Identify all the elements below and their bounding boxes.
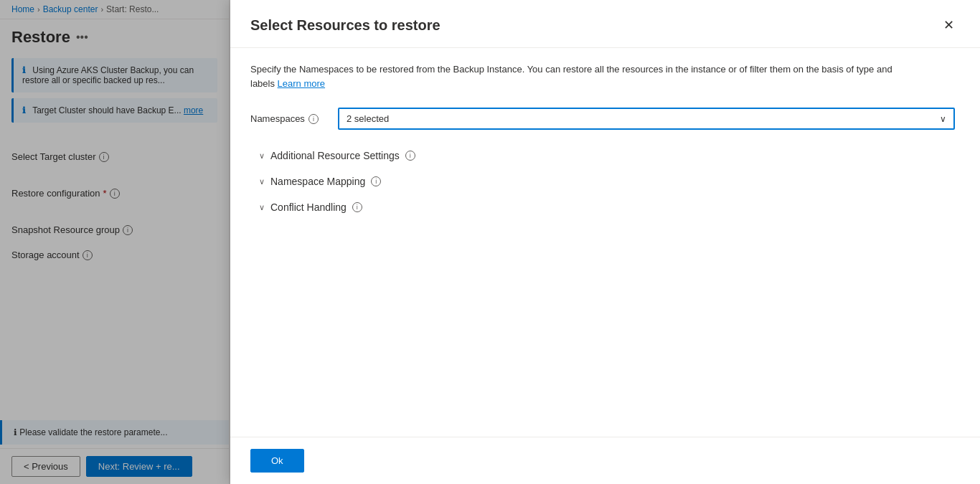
- conflict-handling-chevron: ∨: [259, 203, 265, 212]
- dropdown-arrow-icon: ∨: [940, 114, 946, 124]
- ok-button[interactable]: Ok: [250, 449, 304, 473]
- namespaces-info-icon[interactable]: i: [308, 114, 319, 124]
- dialog-header: Select Resources to restore ✕: [230, 0, 980, 48]
- conflict-handling-info-icon[interactable]: i: [352, 202, 362, 212]
- dialog-footer: Ok: [230, 437, 980, 484]
- additional-resource-settings-chevron: ∨: [259, 151, 265, 161]
- namespace-mapping-section: ∨ Namespace Mapping i: [250, 170, 960, 193]
- namespaces-field-row: Namespaces i 2 selected ∨: [250, 108, 960, 130]
- close-button[interactable]: ✕: [938, 14, 960, 36]
- namespace-mapping-title: Namespace Mapping: [270, 176, 365, 187]
- additional-resource-settings-section: ∨ Additional Resource Settings i: [250, 144, 960, 167]
- namespace-mapping-header[interactable]: ∨ Namespace Mapping i: [256, 170, 960, 193]
- conflict-handling-header[interactable]: ∨ Conflict Handling i: [256, 196, 960, 219]
- additional-resource-settings-info-icon[interactable]: i: [405, 151, 415, 161]
- learn-more-link[interactable]: Learn more: [278, 78, 325, 89]
- additional-resource-settings-title: Additional Resource Settings: [270, 150, 400, 161]
- select-resources-dialog: Select Resources to restore ✕ Specify th…: [230, 0, 980, 484]
- namespace-mapping-info-icon[interactable]: i: [371, 176, 381, 186]
- namespaces-label: Namespaces i: [250, 113, 329, 124]
- conflict-handling-title: Conflict Handling: [270, 201, 347, 213]
- namespaces-dropdown[interactable]: 2 selected ∨: [338, 108, 955, 130]
- dialog-body: Specify the Namespaces to be restored fr…: [230, 48, 980, 437]
- dialog-description: Specify the Namespaces to be restored fr…: [250, 62, 896, 90]
- additional-resource-settings-header[interactable]: ∨ Additional Resource Settings i: [256, 144, 960, 167]
- dialog-title: Select Resources to restore: [250, 17, 440, 34]
- conflict-handling-section: ∨ Conflict Handling i: [250, 196, 960, 219]
- namespace-mapping-chevron: ∨: [259, 177, 265, 186]
- namespaces-value: 2 selected: [347, 113, 389, 124]
